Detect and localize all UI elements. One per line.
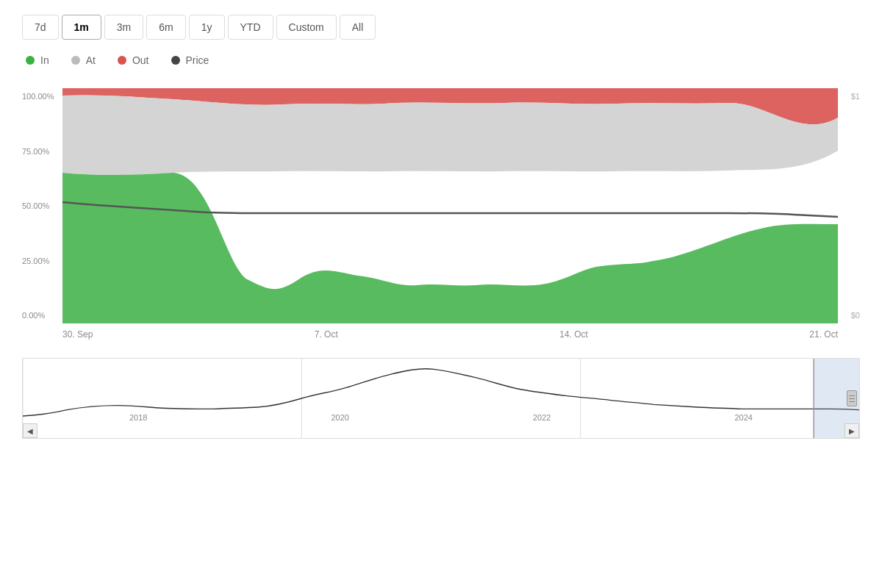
y-axis: 100.00% 75.00% 50.00% 25.00% 0.00% bbox=[22, 88, 54, 323]
btn-ytd[interactable]: YTD bbox=[228, 15, 273, 40]
x-label-14oct: 14. Oct bbox=[559, 329, 588, 340]
legend-out: Out bbox=[118, 54, 149, 66]
main-chart: 100.00% 75.00% 50.00% 25.00% 0.00% $1 $0 bbox=[22, 88, 860, 323]
at-area bbox=[62, 95, 838, 175]
scroll-left-button[interactable]: ◀ bbox=[23, 423, 37, 438]
price-label-1: $1 bbox=[851, 92, 860, 101]
legend-at: At bbox=[71, 54, 96, 66]
legend-label-in: In bbox=[40, 54, 49, 66]
year-2018: 2018 bbox=[129, 413, 147, 422]
year-2022: 2022 bbox=[533, 413, 551, 422]
handle-line-3 bbox=[849, 401, 855, 402]
handle-line-1 bbox=[849, 395, 855, 396]
btn-all[interactable]: All bbox=[340, 15, 376, 40]
y-label-50: 50.00% bbox=[22, 201, 54, 210]
btn-1y[interactable]: 1y bbox=[189, 15, 225, 40]
legend-label-at: At bbox=[86, 54, 96, 66]
year-2024: 2024 bbox=[735, 413, 753, 422]
price-label-0: $0 bbox=[851, 311, 860, 320]
navigator-handle[interactable] bbox=[847, 390, 857, 406]
y-label-0: 0.00% bbox=[22, 311, 54, 320]
mini-year-labels: 2018 2020 2022 2024 bbox=[23, 413, 859, 422]
y-label-100: 100.00% bbox=[22, 92, 54, 101]
handle-line-2 bbox=[849, 398, 855, 399]
btn-7d[interactable]: 7d bbox=[22, 15, 59, 40]
year-2020: 2020 bbox=[331, 413, 349, 422]
chart-svg bbox=[62, 88, 838, 323]
price-axis: $1 $0 bbox=[851, 88, 860, 323]
legend-dot-in bbox=[26, 56, 35, 65]
btn-3m[interactable]: 3m bbox=[104, 15, 143, 40]
legend-dot-out bbox=[118, 56, 126, 65]
legend-dot-at bbox=[71, 56, 80, 65]
legend-in: In bbox=[26, 54, 49, 66]
mini-chart-svg bbox=[23, 359, 859, 438]
y-label-25: 25.00% bbox=[22, 257, 54, 265]
legend-label-out: Out bbox=[132, 54, 149, 66]
legend-label-price: Price bbox=[186, 54, 209, 66]
mini-chart-wrapper[interactable]: 2018 2020 2022 2024 ◀ ▶ bbox=[22, 358, 860, 439]
x-label-30sep: 30. Sep bbox=[62, 329, 93, 340]
legend-price: Price bbox=[171, 54, 209, 66]
x-label-21oct: 21. Oct bbox=[809, 329, 838, 340]
scroll-right-button[interactable]: ▶ bbox=[845, 423, 859, 438]
main-chart-wrapper: 100.00% 75.00% 50.00% 25.00% 0.00% $1 $0 bbox=[22, 88, 860, 439]
legend-dot-price bbox=[171, 56, 180, 65]
time-range-selector: 7d 1m 3m 6m 1y YTD Custom All bbox=[22, 15, 860, 40]
chart-legend: In At Out Price bbox=[22, 54, 860, 66]
btn-6m[interactable]: 6m bbox=[146, 15, 185, 40]
chart-area bbox=[62, 88, 838, 323]
x-label-7oct: 7. Oct bbox=[315, 329, 338, 340]
btn-1m[interactable]: 1m bbox=[62, 15, 101, 40]
x-axis: 30. Sep 7. Oct 14. Oct 21. Oct bbox=[22, 323, 860, 340]
y-label-75: 75.00% bbox=[22, 147, 54, 156]
in-area bbox=[62, 173, 838, 323]
btn-custom[interactable]: Custom bbox=[276, 15, 337, 40]
